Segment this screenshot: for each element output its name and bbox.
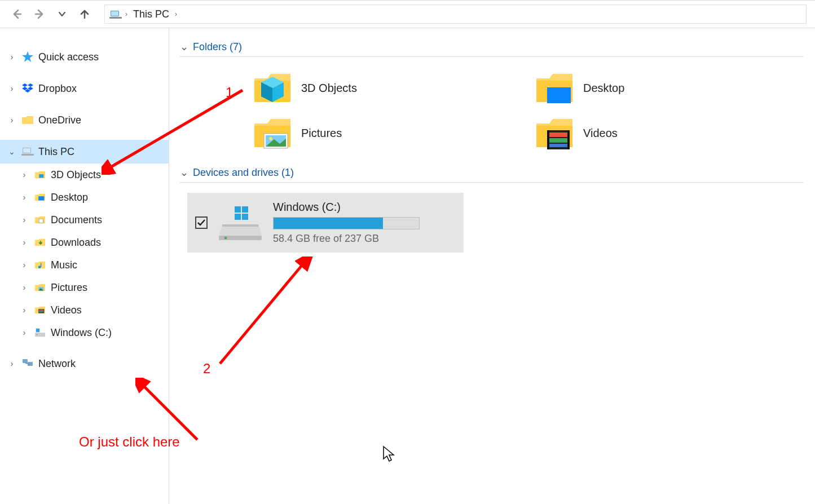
- folder-icon: [253, 113, 292, 153]
- network-icon: [21, 357, 34, 370]
- tree-label: Downloads: [51, 237, 101, 249]
- pc-icon: [21, 145, 34, 158]
- drive-usage-bar: [273, 217, 420, 229]
- folder-videos[interactable]: Videos: [535, 113, 811, 153]
- section-drives[interactable]: ⌄ Devices and drives (1): [179, 164, 804, 183]
- folders-grid: 3D Objects Desktop Pictures: [179, 57, 815, 164]
- tree-label: Network: [38, 358, 76, 370]
- folder-icon: [535, 68, 574, 108]
- tree-desktop[interactable]: › Desktop: [19, 186, 169, 209]
- tree-label: Videos: [51, 304, 82, 316]
- dropbox-icon: [21, 82, 34, 95]
- chevron-right-icon[interactable]: ›: [7, 116, 17, 125]
- up-button[interactable]: [76, 6, 93, 23]
- tree-pictures[interactable]: › Pictures: [19, 276, 169, 299]
- tree-label: Pictures: [51, 282, 87, 294]
- breadcrumb-label: This PC: [133, 8, 169, 20]
- chevron-right-icon[interactable]: ›: [19, 238, 29, 247]
- drive-name: Windows (C:): [273, 201, 456, 214]
- tree-videos[interactable]: › Videos: [19, 299, 169, 321]
- recent-dropdown[interactable]: [54, 6, 71, 23]
- folder-label: Pictures: [301, 127, 342, 140]
- drive-usage-fill: [274, 218, 383, 229]
- tree-onedrive[interactable]: › OneDrive: [0, 108, 169, 132]
- chevron-down-icon[interactable]: ⌄: [179, 166, 188, 179]
- annotation-label-2: 2: [203, 361, 210, 377]
- chevron-right-icon[interactable]: ›: [19, 328, 29, 337]
- address-bar[interactable]: › This PC ›: [104, 5, 807, 24]
- tree-label: Quick access: [38, 51, 99, 63]
- svg-rect-48: [235, 206, 241, 213]
- chevron-right-icon[interactable]: ›: [19, 283, 29, 292]
- back-button[interactable]: [8, 6, 25, 23]
- folder-icon: [34, 214, 46, 226]
- tree-label: Documents: [51, 214, 102, 226]
- svg-rect-27: [23, 359, 28, 363]
- svg-line-55: [220, 262, 305, 364]
- chevron-right-icon[interactable]: ›: [19, 193, 29, 202]
- star-icon: [21, 51, 34, 63]
- svg-rect-3: [111, 11, 118, 16]
- forward-button[interactable]: [31, 6, 48, 23]
- chevron-right-icon[interactable]: ›: [19, 306, 29, 315]
- tree-network[interactable]: › Network: [0, 352, 169, 375]
- tree-this-pc-children: › 3D Objects › Desktop › Documents › Dow…: [0, 163, 169, 344]
- folder-icon: [34, 304, 46, 316]
- svg-rect-16: [39, 219, 43, 223]
- svg-rect-43: [567, 130, 570, 149]
- svg-rect-4: [109, 17, 122, 19]
- checkbox-checked-icon[interactable]: [195, 216, 208, 229]
- section-label: Devices and drives (1): [193, 167, 294, 179]
- pc-icon: [109, 8, 122, 20]
- tree-this-pc[interactable]: ⌄ This PC: [0, 140, 169, 163]
- svg-rect-23: [39, 311, 43, 312]
- svg-rect-12: [23, 148, 30, 153]
- svg-point-47: [224, 237, 227, 240]
- folder-icon: [34, 236, 46, 249]
- chevron-right-icon[interactable]: ›: [19, 170, 29, 179]
- tree-3d-objects[interactable]: › 3D Objects: [19, 163, 169, 186]
- svg-marker-7: [28, 83, 33, 87]
- section-label: Folders (7): [193, 41, 242, 53]
- tree-quick-access[interactable]: › Quick access: [0, 45, 169, 69]
- folder-label: Videos: [583, 127, 618, 140]
- tree-music[interactable]: › Music: [19, 254, 169, 276]
- svg-rect-18: [41, 263, 41, 267]
- svg-marker-5: [22, 51, 33, 62]
- navigation-tree: › Quick access › Dropbox › OneDrive ⌄: [0, 28, 169, 504]
- section-folders[interactable]: ⌄ Folders (7): [179, 38, 804, 57]
- svg-rect-51: [242, 214, 248, 220]
- drive-windows-c[interactable]: Windows (C:) 58.4 GB free of 237 GB: [187, 193, 464, 253]
- tree-label: 3D Objects: [51, 169, 101, 181]
- chevron-right-icon[interactable]: ›: [7, 359, 17, 368]
- chevron-right-icon[interactable]: ›: [19, 260, 29, 269]
- svg-rect-13: [21, 154, 34, 156]
- cursor-icon: [382, 445, 396, 462]
- chevron-down-icon[interactable]: ⌄: [179, 41, 188, 53]
- tree-dropbox[interactable]: › Dropbox: [0, 77, 169, 100]
- folder-desktop[interactable]: Desktop: [535, 68, 811, 108]
- svg-marker-6: [22, 83, 28, 87]
- chevron-right-icon[interactable]: ›: [125, 10, 127, 18]
- chevron-right-icon[interactable]: ›: [175, 10, 177, 18]
- folder-icon: [34, 169, 46, 181]
- chevron-right-icon[interactable]: ›: [7, 84, 17, 93]
- folder-3d-objects[interactable]: 3D Objects: [253, 68, 529, 108]
- toolbar: › This PC ›: [0, 0, 815, 28]
- content-pane: ⌄ Folders (7) 3D Objects Desktop: [169, 28, 815, 504]
- svg-marker-58: [384, 446, 394, 461]
- breadcrumb-this-pc[interactable]: This PC: [131, 7, 171, 21]
- tree-windows-c[interactable]: › Windows (C:): [19, 321, 169, 344]
- tree-downloads[interactable]: › Downloads: [19, 231, 169, 254]
- folder-icon: [253, 68, 292, 108]
- annotation-hint: Or just click here: [79, 434, 220, 450]
- chevron-right-icon[interactable]: ›: [7, 52, 17, 61]
- tree-documents[interactable]: › Documents: [19, 209, 169, 231]
- chevron-down-icon[interactable]: ⌄: [7, 147, 17, 156]
- folder-icon: [535, 113, 574, 153]
- folder-pictures[interactable]: Pictures: [253, 113, 529, 153]
- svg-rect-33: [547, 87, 571, 103]
- svg-rect-40: [549, 138, 567, 143]
- chevron-right-icon[interactable]: ›: [19, 215, 29, 224]
- tree-label: Dropbox: [38, 83, 77, 95]
